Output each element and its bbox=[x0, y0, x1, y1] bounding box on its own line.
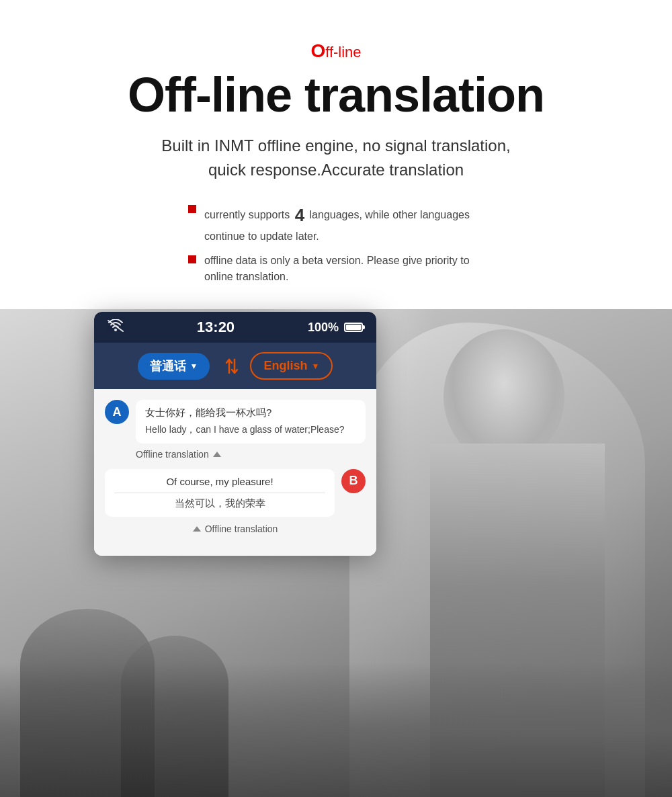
english-dropdown-arrow: ▼ bbox=[312, 362, 320, 371]
bullet-item-1: currently supports 4 languages, while ot… bbox=[188, 202, 497, 245]
bullet-item-2: offline data is only a beta version. Ple… bbox=[188, 253, 497, 285]
phone-mockup: 13:20 100% 普通话 ▼ bbox=[94, 312, 376, 556]
battery-fill bbox=[346, 325, 361, 330]
avatar-b: B bbox=[341, 469, 366, 493]
msg-b-english: Of course, my pleasure! bbox=[114, 476, 325, 493]
offline-label-b-text: Offline translation bbox=[205, 523, 278, 534]
message-b: Of course, my pleasure! 当然可以，我的荣幸 B bbox=[105, 469, 366, 517]
language-bar: 普通话 ▼ English ▼ bbox=[94, 343, 376, 389]
chinese-lang-label: 普通话 bbox=[150, 358, 186, 374]
status-left bbox=[108, 319, 124, 336]
svg-point-0 bbox=[114, 329, 117, 331]
english-lang-label: English bbox=[263, 359, 307, 373]
triangle-up-a bbox=[213, 452, 221, 457]
capital-o: O bbox=[310, 40, 325, 61]
offline-label-b: Offline translation bbox=[105, 523, 366, 545]
chat-area: A 女士你好，能给我一杯水吗? Hello lady，can I have a … bbox=[94, 389, 376, 556]
bullets-section: currently supports 4 languages, while ot… bbox=[175, 202, 497, 285]
msg-a-chinese: 女士你好，能给我一杯水吗? bbox=[145, 407, 356, 419]
english-language-button[interactable]: English ▼ bbox=[250, 352, 333, 380]
bullet-text-2: offline data is only a beta version. Ple… bbox=[204, 253, 497, 285]
battery-body bbox=[344, 323, 363, 332]
offline-tag-text: Off-line bbox=[310, 44, 361, 60]
message-a: A 女士你好，能给我一杯水吗? Hello lady，can I have a … bbox=[105, 400, 366, 444]
phone-mockup-wrapper: 13:20 100% 普通话 ▼ bbox=[40, 312, 632, 556]
chinese-language-button[interactable]: 普通话 ▼ bbox=[138, 353, 210, 380]
time-display: 13:20 bbox=[197, 319, 235, 336]
bullet-1-before: currently supports bbox=[204, 209, 290, 220]
chinese-dropdown-arrow: ▼ bbox=[190, 362, 198, 371]
offline-tag-suffix: ff-line bbox=[325, 44, 361, 60]
message-bubble-b: Of course, my pleasure! 当然可以，我的荣幸 bbox=[105, 469, 335, 517]
battery-percent: 100% bbox=[308, 321, 339, 335]
subtitle: Built in INMT offline engine, no signal … bbox=[148, 134, 524, 182]
msg-a-english: Hello lady，can I have a glass of water;P… bbox=[145, 423, 356, 437]
wifi-off-icon bbox=[108, 319, 124, 336]
bullet-2-text: offline data is only a beta version. Ple… bbox=[204, 255, 470, 282]
message-bubble-a: 女士你好，能给我一杯水吗? Hello lady，can I have a gl… bbox=[136, 400, 366, 444]
offline-tag: Off-line bbox=[40, 40, 632, 62]
swap-languages-icon[interactable] bbox=[221, 357, 239, 376]
avatar-a: A bbox=[105, 400, 129, 424]
bullet-text-1: currently supports 4 languages, while ot… bbox=[204, 202, 497, 245]
bullet-square-2 bbox=[188, 255, 196, 263]
status-right: 100% bbox=[308, 321, 363, 335]
bullet-square-1 bbox=[188, 205, 196, 213]
msg-b-chinese: 当然可以，我的荣幸 bbox=[114, 497, 325, 510]
status-bar: 13:20 100% bbox=[94, 312, 376, 343]
offline-label-a: Offline translation bbox=[136, 449, 366, 460]
battery-icon bbox=[344, 323, 363, 332]
bullet-1-num: 4 bbox=[295, 205, 304, 225]
main-title: Off-line translation bbox=[40, 69, 632, 122]
triangle-up-b bbox=[193, 526, 201, 532]
offline-label-a-text: Offline translation bbox=[136, 449, 209, 460]
